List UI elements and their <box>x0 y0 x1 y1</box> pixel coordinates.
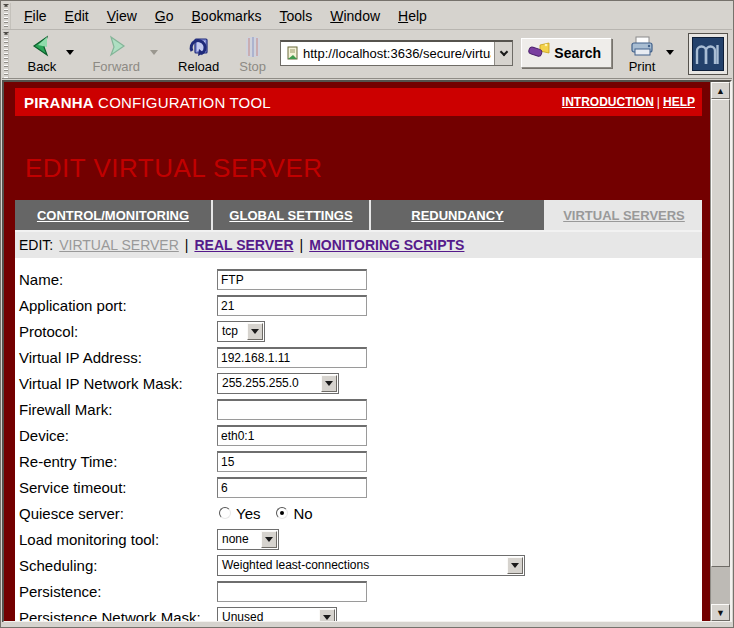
persistence-netmask-value: Unused <box>218 608 318 622</box>
menu-bar: File Edit View Go Bookmarks Tools Window… <box>2 3 732 30</box>
dropdown-arrow-icon <box>323 615 331 622</box>
virtual-ip-input[interactable] <box>217 347 367 368</box>
reload-icon <box>186 35 212 59</box>
menu-view[interactable]: View <box>98 4 146 28</box>
brand-rest: CONFIGURATION TOOL <box>94 94 271 111</box>
menu-help[interactable]: Help <box>389 4 436 28</box>
device-label: Device: <box>18 427 217 444</box>
back-icon <box>29 35 55 59</box>
print-button[interactable]: Print <box>622 34 662 75</box>
menu-tools[interactable]: Tools <box>271 4 322 28</box>
menu-view-label: iew <box>116 8 137 24</box>
persistence-input[interactable] <box>217 581 367 602</box>
menu-file[interactable]: File <box>15 4 56 28</box>
menu-view-hotkey: V <box>107 8 116 24</box>
scheduling-select[interactable]: Weighted least-connections <box>217 555 525 576</box>
url-history-dropdown[interactable] <box>494 42 512 65</box>
scrollbar-thumb[interactable] <box>711 99 730 567</box>
subnav-monitoring-scripts-link[interactable]: MONITORING SCRIPTS <box>309 237 464 253</box>
form-row: Load monitoring tool: none <box>18 526 702 552</box>
menu-window[interactable]: Window <box>321 4 389 28</box>
protocol-select[interactable]: tcp <box>217 321 265 342</box>
piranha-brand: PIRANHA CONFIGURATION TOOL <box>24 94 271 111</box>
toolbar-grippy[interactable] <box>2 3 11 29</box>
url-bar <box>280 40 513 66</box>
name-input[interactable] <box>217 269 367 290</box>
scroll-up-button[interactable]: ▲ <box>711 82 730 99</box>
quiesce-yes-label: Yes <box>236 505 260 522</box>
dropdown-arrow-icon <box>511 563 519 572</box>
form-row: Name: <box>18 266 702 292</box>
reentry-time-label: Re-entry Time: <box>18 453 217 470</box>
virtual-ip-netmask-select[interactable]: 255.255.255.0 <box>217 373 339 394</box>
tab-control-monitoring[interactable]: CONTROL/MONITORING <box>15 200 211 230</box>
print-dropdown-icon[interactable] <box>666 50 674 59</box>
url-input[interactable] <box>300 42 494 65</box>
quiesce-server-label: Quiesce server: <box>18 505 217 522</box>
browser-viewport: PIRANHA CONFIGURATION TOOL INTRODUCTION|… <box>2 80 732 623</box>
firewall-mark-input[interactable] <box>217 399 367 420</box>
scroll-down-button[interactable]: ▼ <box>711 604 730 621</box>
dropdown-arrow-icon <box>251 329 259 338</box>
forward-dropdown-icon[interactable] <box>150 50 158 59</box>
name-label: Name: <box>18 271 217 288</box>
back-button[interactable]: Back <box>21 34 62 75</box>
back-dropdown-icon[interactable] <box>66 50 74 59</box>
quiesce-no-radio[interactable] <box>276 507 288 519</box>
dropdown-arrow-icon <box>265 537 273 546</box>
application-port-label: Application port: <box>18 297 217 314</box>
navigation-toolbar: Back Forward Reload Stop <box>2 31 732 79</box>
form-row: Device: <box>18 422 702 448</box>
reload-label: Reload <box>178 59 219 74</box>
stop-icon <box>241 35 265 59</box>
search-button[interactable]: Search <box>521 38 612 68</box>
tab-redundancy[interactable]: REDUNDANCY <box>371 200 544 230</box>
menu-go-hotkey: G <box>155 8 166 24</box>
forward-icon <box>103 35 129 59</box>
virtual-ip-label: Virtual IP Address: <box>18 349 217 366</box>
menu-go[interactable]: Go <box>146 4 183 28</box>
help-link[interactable]: HELP <box>663 95 695 109</box>
virtual-server-form: Name: Application port: Protocol: tcp <box>15 258 702 621</box>
scheduling-label: Scheduling: <box>18 557 217 574</box>
dropdown-arrow-icon <box>325 381 333 390</box>
application-port-input[interactable] <box>217 295 367 316</box>
stop-label: Stop <box>239 59 266 74</box>
menu-tools-label: ools <box>287 8 313 24</box>
tab-virtual-servers[interactable]: VIRTUAL SERVERS <box>546 200 702 230</box>
subnav-separator: | <box>300 237 304 253</box>
vertical-scrollbar: ▲ ▼ <box>710 82 730 621</box>
mozilla-logo-button[interactable] <box>688 33 728 75</box>
menu-edit[interactable]: Edit <box>56 4 98 28</box>
service-timeout-input[interactable] <box>217 477 367 498</box>
print-label: Print <box>629 59 656 74</box>
tab-global-settings[interactable]: GLOBAL SETTINGS <box>213 200 369 230</box>
introduction-link[interactable]: INTRODUCTION <box>562 95 654 109</box>
reentry-time-input[interactable] <box>217 451 367 472</box>
form-row: Service timeout: <box>18 474 702 500</box>
device-input[interactable] <box>217 425 367 446</box>
form-row: Virtual IP Network Mask: 255.255.255.0 <box>18 370 702 396</box>
quiesce-no-label: No <box>293 505 312 522</box>
menu-file-hotkey: F <box>24 8 33 24</box>
arrow-down-icon: ▼ <box>716 608 725 618</box>
persistence-label: Persistence: <box>18 583 217 600</box>
dropdown-button <box>507 557 523 574</box>
service-timeout-label: Service timeout: <box>18 479 217 496</box>
scrollbar-track[interactable] <box>711 567 730 604</box>
search-flashlight-icon <box>528 42 550 63</box>
reload-button[interactable]: Reload <box>172 34 225 75</box>
menu-bookmarks[interactable]: Bookmarks <box>183 4 271 28</box>
brand-bold: PIRANHA <box>24 94 94 111</box>
navbar-grippy[interactable] <box>2 31 9 78</box>
stop-button[interactable]: Stop <box>233 34 272 75</box>
load-monitoring-value: none <box>218 530 260 549</box>
quiesce-yes-radio[interactable] <box>219 507 231 519</box>
forward-label: Forward <box>92 59 140 74</box>
piranha-header-bar: PIRANHA CONFIGURATION TOOL INTRODUCTION|… <box>15 88 702 116</box>
persistence-netmask-select[interactable]: Unused <box>217 607 337 622</box>
forward-button[interactable]: Forward <box>86 34 146 75</box>
load-monitoring-select[interactable]: none <box>217 529 279 550</box>
subnav-real-server-link[interactable]: REAL SERVER <box>194 237 293 253</box>
menu-edit-hotkey: E <box>65 8 74 24</box>
